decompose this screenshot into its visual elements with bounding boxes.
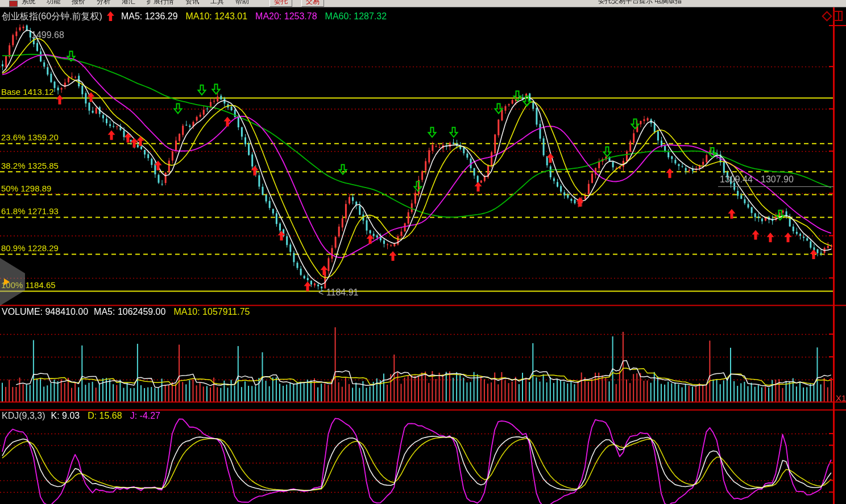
menu-bar: 系统功能报价分析港汇扩展行情资讯工具帮助委托交易 委托交易平台提示 电脑版指	[0, 0, 846, 7]
ma60-label: MA60: 1287.32	[325, 11, 387, 21]
fib-level-label: Base 1413.12	[1, 87, 54, 97]
ma20-label: MA20: 1253.78	[255, 11, 317, 21]
menu-item[interactable]: 分析	[97, 0, 110, 6]
main-chart-header: 创业板指(60分钟.前复权)MA5: 1236.29MA10: 1243.01M…	[2, 11, 387, 23]
app-window: 系统功能报价分析港汇扩展行情资讯工具帮助委托交易 委托交易平台提示 电脑版指 创…	[0, 0, 846, 504]
menu-item[interactable]: 工具	[210, 0, 224, 6]
menu-item[interactable]: 资讯	[185, 0, 199, 6]
fib-level-label: 80.9% 1228.29	[1, 243, 59, 253]
kdj-name-label: KDJ(9,3,3)	[2, 411, 45, 420]
menu-right-text: 委托交易平台提示 电脑版指	[598, 0, 682, 6]
trough-price-label: < 1184.91	[318, 288, 358, 298]
zoom-scale-label: X1	[836, 393, 846, 403]
fib-level-label: 61.8% 1271.93	[1, 206, 59, 216]
ma10-label: MA10: 1243.01	[186, 11, 248, 21]
menu-item[interactable]: 功能	[47, 0, 60, 6]
app-logo-icon[interactable]	[9, 1, 18, 7]
buy-signal-arrow-icon	[107, 11, 114, 21]
range-price-label: 1309.44 - 1307.90	[720, 174, 794, 185]
stock-chart-canvas[interactable]	[0, 0, 846, 504]
volume-ma10-label: MA10: 1057911.75	[173, 307, 250, 316]
fib-level-label: 23.6% 1359.20	[1, 132, 59, 142]
range-underline	[718, 186, 833, 187]
fib-level-label: 38.2% 1325.85	[1, 161, 59, 170]
volume-ma5-label: MA5: 1062459.00	[94, 307, 165, 316]
chart-title: 创业板指(60分钟.前复权)	[2, 11, 102, 21]
menu-item[interactable]: 帮助	[235, 0, 249, 6]
menu-items: 系统功能报价分析港汇扩展行情资讯工具帮助委托交易	[22, 0, 324, 7]
menu-item[interactable]: 报价	[72, 0, 85, 6]
expand-triangle-icon	[4, 278, 10, 285]
peak-price-label: 1499.68	[31, 30, 64, 40]
kdj-j-label: J: -4.27	[130, 411, 160, 420]
fib-level-label: 50% 1298.89	[1, 184, 51, 193]
kdj-header: KDJ(9,3,3)K: 9.03D: 15.68J: -4.27	[2, 411, 160, 421]
kdj-k-label: K: 9.03	[51, 411, 80, 420]
volume-header: VOLUME: 948410.00MA5: 1062459.00MA10: 10…	[2, 307, 250, 317]
ma5-label: MA5: 1236.29	[121, 11, 178, 21]
kdj-d-label: D: 15.68	[88, 411, 122, 420]
menu-item[interactable]: 系统	[22, 0, 35, 6]
menu-button[interactable]: 交易	[301, 0, 324, 7]
window-restore-icon[interactable]	[833, 11, 843, 21]
volume-value-label: VOLUME: 948410.00	[2, 307, 88, 316]
menu-item[interactable]: 港汇	[122, 0, 135, 6]
menu-item[interactable]: 扩展行情	[147, 0, 174, 6]
menu-button[interactable]: 委托	[269, 0, 292, 7]
